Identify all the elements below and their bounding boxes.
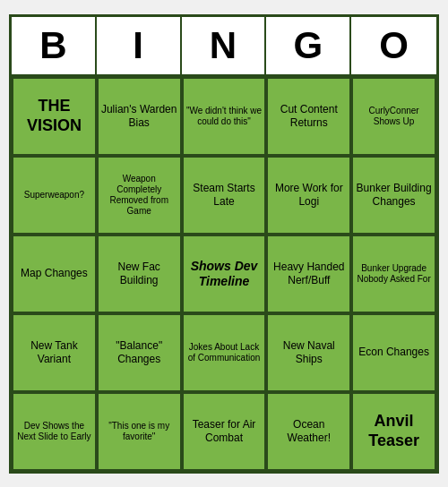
bingo-cell-18[interactable]: New Naval Ships — [266, 313, 351, 392]
bingo-cell-17[interactable]: Jokes About Lack of Communication — [182, 313, 267, 392]
bingo-cell-3[interactable]: Cut Content Returns — [266, 77, 351, 156]
bingo-cell-6[interactable]: Weapon Completely Removed from Game — [97, 156, 182, 235]
bingo-grid: THE VISIONJulian's Warden Bias"We didn't… — [12, 77, 436, 471]
bingo-cell-14[interactable]: Bunker Upgrade Nobody Asked For — [351, 235, 436, 313]
bingo-cell-15[interactable]: New Tank Variant — [12, 313, 97, 392]
bingo-header: B I N G O — [12, 17, 436, 77]
bingo-cell-7[interactable]: Steam Starts Late — [182, 156, 267, 235]
bingo-cell-20[interactable]: Dev Shows the Next Slide to Early — [12, 392, 97, 471]
bingo-cell-5[interactable]: Superweapon? — [12, 156, 97, 235]
bingo-cell-24[interactable]: Anvil Teaser — [351, 392, 436, 471]
bingo-cell-16[interactable]: "Balance" Changes — [97, 313, 182, 392]
bingo-cell-13[interactable]: Heavy Handed Nerf/Buff — [266, 235, 351, 313]
bingo-cell-21[interactable]: "This one is my favorite" — [97, 392, 182, 471]
bingo-cell-19[interactable]: Econ Changes — [351, 313, 436, 392]
bingo-cell-23[interactable]: Ocean Weather! — [266, 392, 351, 471]
bingo-card: B I N G O THE VISIONJulian's Warden Bias… — [9, 14, 439, 474]
letter-b: B — [12, 17, 97, 74]
bingo-cell-4[interactable]: CurlyConner Shows Up — [351, 77, 436, 156]
letter-o: O — [351, 17, 436, 74]
bingo-cell-10[interactable]: Map Changes — [12, 235, 97, 313]
bingo-cell-1[interactable]: Julian's Warden Bias — [97, 77, 182, 156]
bingo-cell-12[interactable]: Shows Dev Timeline — [182, 235, 267, 313]
bingo-cell-22[interactable]: Teaser for Air Combat — [182, 392, 267, 471]
bingo-cell-9[interactable]: Bunker Building Changes — [351, 156, 436, 235]
bingo-cell-0[interactable]: THE VISION — [12, 77, 97, 156]
letter-i: I — [97, 17, 182, 74]
bingo-cell-8[interactable]: More Work for Logi — [266, 156, 351, 235]
bingo-cell-11[interactable]: New Fac Building — [97, 235, 182, 313]
letter-g: G — [266, 17, 351, 74]
letter-n: N — [182, 17, 267, 74]
bingo-cell-2[interactable]: "We didn't think we could do this" — [182, 77, 267, 156]
